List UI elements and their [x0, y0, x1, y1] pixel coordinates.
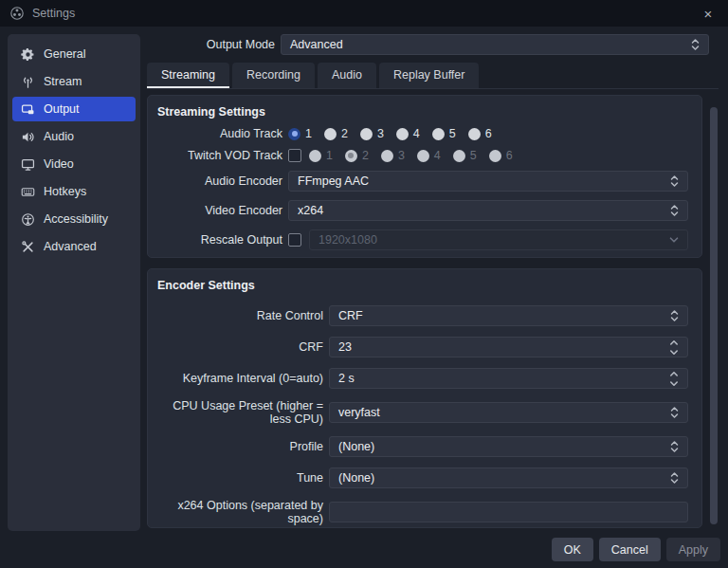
- sidebar-item-advanced[interactable]: Advanced: [12, 234, 136, 259]
- crf-spinbox[interactable]: 23: [329, 337, 688, 357]
- audio-encoder-row: Audio Encoder FFmpeg AAC: [155, 171, 688, 192]
- output-tabbar: Streaming Recording Audio Replay Buffer: [147, 63, 719, 89]
- tab-audio[interactable]: Audio: [318, 63, 376, 88]
- rescale-output-row: Rescale Output 1920x1080: [155, 229, 688, 250]
- output-mode-label: Output Mode: [147, 38, 275, 51]
- rate-control-row: Rate Control CRF: [155, 305, 688, 326]
- audio-track-label: Audio Track: [155, 127, 282, 140]
- dialog-footer: OK Cancel Apply: [552, 538, 720, 561]
- vertical-scrollbar-thumb[interactable]: [710, 107, 718, 524]
- apply-button[interactable]: Apply: [666, 538, 720, 561]
- profile-row: Profile (None): [155, 436, 688, 457]
- twitch-vod-checkbox[interactable]: [288, 149, 301, 162]
- sidebar-item-general[interactable]: General: [12, 42, 136, 66]
- tools-icon: [21, 240, 35, 254]
- sidebar-item-label: Hotkeys: [44, 185, 86, 198]
- radio-label: 1: [305, 127, 312, 140]
- audio-encoder-label: Audio Encoder: [155, 174, 282, 188]
- sidebar-item-label: Output: [44, 102, 80, 116]
- video-encoder-select[interactable]: x264: [288, 200, 688, 221]
- streaming-settings-group: Streaming Settings Audio Track 1 2 3 4 5…: [147, 95, 702, 258]
- sidebar-item-label: Stream: [44, 75, 82, 88]
- sidebar-item-output[interactable]: Output: [12, 97, 136, 121]
- profile-select[interactable]: (None): [329, 436, 688, 457]
- audio-encoder-value: FFmpeg AAC: [298, 174, 369, 188]
- sidebar-item-stream[interactable]: Stream: [12, 69, 136, 94]
- x264-options-input[interactable]: [329, 502, 688, 522]
- combo-arrows-icon: [664, 440, 679, 453]
- cpu-preset-row: CPU Usage Preset (higher = less CPU) ver…: [155, 399, 688, 426]
- profile-value: (None): [338, 440, 374, 453]
- x264-options-row: x264 Options (separated by space): [155, 499, 688, 525]
- spinbox-arrows-icon[interactable]: [664, 339, 679, 357]
- combo-arrows-icon: [664, 309, 679, 322]
- rescale-output-checkbox[interactable]: [288, 233, 301, 247]
- spinbox-arrows-icon[interactable]: [664, 370, 679, 388]
- tab-streaming[interactable]: Streaming: [147, 63, 229, 88]
- radio-track-2[interactable]: [324, 128, 337, 140]
- radio-track-4[interactable]: [396, 128, 409, 140]
- tab-recording[interactable]: Recording: [232, 63, 315, 88]
- sidebar-item-label: Accessibility: [44, 212, 108, 226]
- cpu-preset-value: veryfast: [338, 406, 380, 419]
- cancel-button[interactable]: Cancel: [599, 538, 661, 561]
- tune-label: Tune: [155, 471, 323, 485]
- radio-track-5[interactable]: [432, 128, 445, 140]
- radio-label: 5: [470, 149, 477, 162]
- combo-arrows-icon: [664, 406, 679, 419]
- keyboard-icon: [21, 185, 35, 199]
- video-encoder-label: Video Encoder: [155, 204, 282, 217]
- keyframe-interval-spinbox[interactable]: 2 s: [329, 368, 688, 389]
- sidebar-item-label: General: [44, 47, 85, 61]
- vod-radio-3: [381, 150, 393, 162]
- gear-icon: [21, 47, 35, 62]
- output-mode-value: Advanced: [290, 38, 343, 51]
- accessibility-icon: [21, 212, 35, 227]
- radio-label: 4: [434, 149, 441, 162]
- sidebar-item-hotkeys[interactable]: Hotkeys: [12, 179, 136, 204]
- sidebar-item-accessibility[interactable]: Accessibility: [12, 207, 136, 231]
- combo-arrows-icon: [664, 471, 679, 485]
- tune-select[interactable]: (None): [329, 467, 688, 488]
- crf-label: CRF: [155, 340, 323, 354]
- radio-label: 3: [398, 149, 405, 162]
- rate-control-select[interactable]: CRF: [329, 305, 688, 326]
- group-title: Encoder Settings: [157, 279, 688, 292]
- output-icon: [21, 102, 35, 117]
- titlebar: Settings ×: [0, 0, 728, 27]
- cpu-preset-label: CPU Usage Preset (higher = less CPU): [155, 399, 323, 426]
- radio-label: 3: [377, 127, 384, 140]
- tab-replay-buffer[interactable]: Replay Buffer: [379, 63, 480, 88]
- radio-label: 6: [485, 127, 492, 140]
- crf-value: 23: [338, 340, 352, 354]
- ok-button[interactable]: OK: [552, 538, 593, 561]
- audio-encoder-select[interactable]: FFmpeg AAC: [288, 171, 688, 192]
- group-title: Streaming Settings: [157, 105, 688, 119]
- sidebar-item-label: Audio: [44, 130, 74, 143]
- tune-row: Tune (None): [155, 467, 688, 488]
- radio-label: 1: [326, 149, 333, 162]
- radio-track-3[interactable]: [360, 128, 373, 140]
- broadcast-icon: [21, 75, 35, 89]
- radio-track-1[interactable]: [288, 128, 300, 140]
- radio-track-6[interactable]: [468, 128, 481, 140]
- radio-label: 5: [449, 127, 456, 140]
- radio-label: 4: [413, 127, 420, 140]
- rescale-resolution-combo: 1920x1080: [309, 229, 688, 250]
- x264-options-label: x264 Options (separated by space): [155, 499, 323, 525]
- radio-label: 2: [341, 127, 348, 140]
- combo-arrows-icon: [664, 204, 679, 217]
- cpu-preset-select[interactable]: veryfast: [329, 402, 688, 423]
- encoder-settings-group: Encoder Settings Rate Control CRF CRF 23…: [147, 268, 702, 528]
- output-mode-select[interactable]: Advanced: [281, 34, 709, 55]
- close-icon[interactable]: ×: [698, 6, 719, 22]
- sidebar-item-video[interactable]: Video: [12, 152, 136, 176]
- vod-radio-5: [453, 150, 465, 162]
- combo-arrows-icon: [685, 38, 700, 51]
- speaker-icon: [21, 130, 35, 144]
- radio-label: 2: [362, 149, 369, 162]
- sidebar-item-label: Video: [44, 157, 74, 171]
- vod-radio-1: [309, 150, 321, 162]
- sidebar-item-audio[interactable]: Audio: [12, 124, 136, 149]
- rate-control-label: Rate Control: [155, 309, 323, 322]
